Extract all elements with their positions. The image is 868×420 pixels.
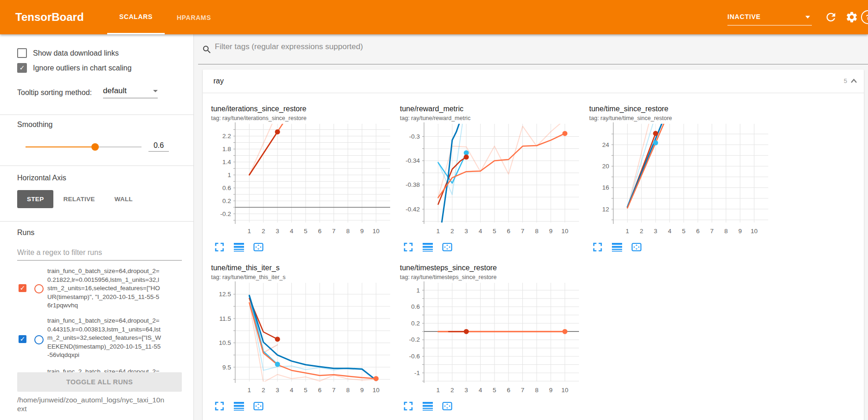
- run-checkbox-checked-icon[interactable]: ✓: [19, 284, 26, 292]
- app-header: TensorBoard SCALARS HPARAMS INACTIVE ?: [0, 0, 868, 34]
- runs-selector-icon[interactable]: [233, 242, 244, 253]
- settings-gear-icon[interactable]: [845, 11, 858, 24]
- chart-tile: tune/time_this_iter_s tag: ray/tune/time…: [211, 263, 400, 420]
- settings-sidebar: Show data download links ✓ Ignore outlie…: [0, 34, 194, 420]
- runs-filter-input[interactable]: [17, 247, 182, 261]
- svg-text:9: 9: [360, 387, 364, 394]
- ignore-outliers-checkbox-row[interactable]: ✓ Ignore outliers in chart scaling: [17, 63, 132, 73]
- help-icon[interactable]: ?: [861, 10, 868, 24]
- tooltip-sorting-value: default: [103, 86, 127, 95]
- scalar-chart[interactable]: 12345678910-0.42-0.38-0.34-0.3: [396, 121, 582, 238]
- axis-relative-button[interactable]: RELATIVE: [53, 190, 104, 208]
- smoothing-slider[interactable]: [26, 146, 141, 147]
- svg-text:0.2: 0.2: [222, 197, 231, 204]
- search-icon: [202, 45, 212, 55]
- fit-domain-icon[interactable]: [253, 242, 264, 253]
- smoothing-value[interactable]: 0.6: [148, 141, 169, 152]
- slider-thumb[interactable]: [91, 143, 99, 151]
- tag-filter-input[interactable]: [214, 42, 726, 52]
- svg-text:1: 1: [416, 287, 420, 294]
- svg-text:7: 7: [332, 387, 336, 394]
- scalar-chart[interactable]: 12345678910-0.20.20.611.41.82.2: [207, 121, 393, 238]
- runs-selector-icon[interactable]: [422, 401, 433, 412]
- svg-text:5: 5: [493, 228, 496, 235]
- fit-domain-icon[interactable]: [442, 401, 453, 412]
- svg-text:3: 3: [654, 228, 657, 235]
- run-name[interactable]: train_func_0_batch_size=64,dropout_2=0.2…: [47, 267, 161, 310]
- fullscreen-icon[interactable]: [214, 401, 225, 412]
- fit-domain-icon[interactable]: [631, 242, 642, 253]
- svg-text:-0.42: -0.42: [405, 206, 420, 213]
- axis-step-button[interactable]: STEP: [17, 190, 53, 208]
- svg-text:1: 1: [227, 172, 231, 178]
- svg-text:1: 1: [248, 387, 251, 394]
- svg-text:9: 9: [549, 387, 553, 394]
- svg-text:6: 6: [507, 387, 510, 394]
- run-name[interactable]: train_func_1_batch_size=64,dropout_2=0.4…: [47, 317, 161, 360]
- chart-toolbar: [592, 242, 642, 253]
- runs-selector-icon[interactable]: [611, 242, 623, 253]
- svg-text:7: 7: [521, 228, 525, 235]
- chart-title: tune/iterations_since_restore: [211, 104, 400, 114]
- svg-text:4: 4: [290, 387, 294, 394]
- fit-domain-icon[interactable]: [442, 242, 453, 253]
- checkbox-checked-icon[interactable]: ✓: [17, 63, 27, 73]
- main-content: ray 5 tune/iterations_since_restore tag:…: [194, 34, 868, 420]
- svg-text:1: 1: [437, 387, 440, 394]
- svg-text:10.5: 10.5: [219, 339, 231, 346]
- svg-text:12: 12: [602, 206, 609, 213]
- svg-text:5: 5: [682, 228, 686, 235]
- svg-text:5: 5: [304, 387, 308, 394]
- axis-wall-button[interactable]: WALL: [105, 190, 142, 208]
- svg-text:8: 8: [535, 387, 539, 394]
- svg-text:-0.6: -0.6: [409, 353, 420, 360]
- svg-text:2.2: 2.2: [222, 133, 231, 140]
- tooltip-sorting-dropdown[interactable]: default: [103, 86, 158, 98]
- run-radio-icon[interactable]: [34, 284, 44, 293]
- svg-text:1: 1: [626, 228, 630, 235]
- tab-scalars[interactable]: SCALARS: [107, 0, 165, 34]
- runs-selector-icon[interactable]: [233, 401, 244, 412]
- run-radio-icon[interactable]: [34, 335, 44, 344]
- chart-tile: tune/reward_metric tag: ray/tune/reward_…: [400, 104, 589, 263]
- svg-text:9: 9: [739, 228, 742, 235]
- chart-title: tune/time_since_restore: [589, 104, 778, 114]
- svg-text:9.5: 9.5: [222, 364, 231, 371]
- svg-text:10: 10: [373, 387, 379, 394]
- svg-text:6: 6: [507, 228, 510, 235]
- fullscreen-icon[interactable]: [403, 242, 414, 253]
- fullscreen-icon[interactable]: [592, 242, 603, 253]
- checkbox-unchecked-icon[interactable]: [17, 48, 27, 58]
- svg-text:12.5: 12.5: [219, 291, 231, 298]
- svg-text:6: 6: [318, 387, 321, 394]
- svg-text:4: 4: [479, 387, 482, 394]
- refresh-icon[interactable]: [824, 11, 837, 24]
- show-download-links-checkbox-row[interactable]: Show data download links: [17, 48, 119, 58]
- tag-group-name: ray: [213, 77, 224, 85]
- fullscreen-icon[interactable]: [214, 242, 225, 253]
- runs-label: Runs: [17, 229, 34, 237]
- svg-text:3: 3: [276, 387, 279, 394]
- tab-hparams[interactable]: HPARAMS: [165, 0, 223, 34]
- run-checkbox-checked-icon[interactable]: ✓: [19, 335, 26, 343]
- svg-text:-0.3: -0.3: [409, 133, 420, 140]
- scalar-chart[interactable]: 1234567891012162024: [585, 121, 771, 238]
- scalar-chart[interactable]: 123456789109.510.511.512.5: [207, 280, 393, 397]
- chart-tag: tag: ray/tune/time_this_iter_s: [211, 274, 400, 280]
- fit-domain-icon[interactable]: [253, 401, 264, 412]
- svg-text:8: 8: [346, 228, 350, 235]
- svg-text:8: 8: [346, 387, 350, 394]
- chevron-up-icon[interactable]: [850, 78, 857, 83]
- svg-text:4: 4: [479, 228, 482, 235]
- svg-text:9: 9: [360, 228, 364, 235]
- runs-selector-icon[interactable]: [422, 242, 433, 253]
- scalar-chart[interactable]: 12345678910-1-0.6-0.20.20.61: [396, 280, 582, 397]
- toggle-all-runs-button[interactable]: TOGGLE ALL RUNS: [17, 372, 182, 392]
- svg-text:-0.34: -0.34: [405, 157, 420, 164]
- tab-bar: SCALARS HPARAMS: [107, 0, 223, 34]
- chart-toolbar: [214, 242, 264, 253]
- fullscreen-icon[interactable]: [403, 401, 414, 412]
- status-select[interactable]: INACTIVE: [727, 9, 812, 25]
- checkbox-label: Ignore outliers in chart scaling: [33, 64, 132, 72]
- tag-group-header[interactable]: ray 5: [203, 70, 864, 93]
